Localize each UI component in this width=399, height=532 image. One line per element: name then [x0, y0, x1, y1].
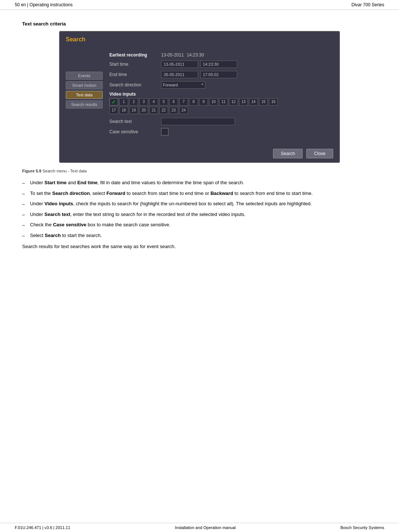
- list-item-4: – Under Search text, enter the text stri…: [22, 211, 377, 219]
- search-text-row: Search text: [109, 118, 330, 125]
- search-direction-label: Search direction: [109, 82, 161, 87]
- vi-btn-23[interactable]: 23: [169, 107, 178, 114]
- sidebar-btn-text-data[interactable]: Text data: [66, 91, 103, 99]
- vi-btn-6[interactable]: 6: [169, 98, 178, 106]
- sidebar-btn-events[interactable]: Events: [66, 72, 103, 80]
- vi-btn-24[interactable]: 24: [179, 107, 188, 114]
- search-button[interactable]: Search: [273, 149, 303, 158]
- dash-3: –: [22, 200, 25, 208]
- vi-btn-18[interactable]: 18: [119, 107, 128, 114]
- page-footer: F.01U.246.471 | v3.6 | 2011.11 Installat…: [0, 523, 399, 532]
- start-time-label: Start time: [109, 62, 161, 67]
- sidebar-btn-smart-motion[interactable]: Smart motion: [66, 81, 103, 89]
- page-content: Text search criteria Search Events Smart…: [0, 10, 399, 273]
- vi-btn-2[interactable]: 2: [129, 98, 138, 106]
- list-item-1: – Under Start time and End time, fill in…: [22, 179, 377, 187]
- instruction-text-6: Select Search to start the search.: [30, 232, 377, 239]
- vi-btn-17[interactable]: 17: [109, 107, 118, 114]
- case-sensitive-checkbox[interactable]: [161, 128, 168, 135]
- start-time-row: Start time: [109, 61, 330, 68]
- list-item-6: – Select Search to start the search.: [22, 232, 377, 240]
- vi-btn-1[interactable]: 1: [119, 98, 128, 106]
- instruction-list: – Under Start time and End time, fill in…: [22, 179, 377, 239]
- dialog-body: Events Smart motion Text data Search res…: [60, 46, 339, 145]
- start-time-inputs: [161, 61, 237, 68]
- vi-btn-7[interactable]: 7: [179, 98, 188, 106]
- dash-5: –: [22, 221, 25, 229]
- dialog-title: Search: [60, 32, 339, 46]
- header-right: Divar 700 Series: [351, 2, 384, 7]
- instruction-text-2: To set the Search direction, select Forw…: [30, 190, 377, 197]
- dash-2: –: [22, 190, 25, 198]
- vi-btn-3[interactable]: 3: [139, 98, 148, 106]
- figure-caption: Figure 5.9 Search menu - Text data: [22, 169, 377, 173]
- closing-text: Search results for text searches work th…: [22, 243, 377, 251]
- dash-6: –: [22, 232, 25, 240]
- start-time-date-input[interactable]: [161, 61, 198, 68]
- earliest-recording-time: 14:23:30: [187, 52, 204, 58]
- video-inputs-section: Video inputs ✓ 1 2 3 4 5 6 7 8 9 10: [109, 92, 330, 114]
- section-title: Text search criteria: [22, 21, 377, 27]
- earliest-recording-date: 13-05-2011: [161, 52, 184, 58]
- instruction-text-4: Under Search text, enter the text string…: [30, 211, 377, 218]
- search-direction-row: Search direction Forward Backward: [109, 81, 330, 89]
- header-left: 50 en | Operating instructions: [15, 2, 73, 7]
- search-text-input[interactable]: [161, 118, 235, 125]
- sidebar-btn-search-results[interactable]: Search results: [66, 100, 103, 109]
- list-item-3: – Under Video inputs, check the inputs t…: [22, 200, 377, 208]
- vi-checkbox-all[interactable]: ✓: [109, 98, 118, 106]
- vi-btn-16[interactable]: 16: [269, 98, 278, 106]
- instruction-text-3: Under Video inputs, check the inputs to …: [30, 200, 377, 207]
- earliest-recording-label: Earliest recording: [109, 52, 161, 58]
- vi-btn-9[interactable]: 9: [199, 98, 208, 106]
- video-inputs-grid: ✓ 1 2 3 4 5 6 7 8 9 10 11 12 13: [109, 98, 279, 114]
- dash-4: –: [22, 211, 25, 219]
- instruction-text-5: Check the Case sensitive box to make the…: [30, 221, 377, 229]
- vi-btn-11[interactable]: 11: [219, 98, 228, 106]
- footer-left: F.01U.246.471 | v3.6 | 2011.11: [15, 525, 70, 530]
- vi-btn-20[interactable]: 20: [139, 107, 148, 114]
- footer-right: Bosch Security Systems: [340, 525, 384, 530]
- dialog-form: Earliest recording 13-05-2011 14:23:30 S…: [106, 49, 333, 141]
- vi-btn-13[interactable]: 13: [239, 98, 248, 106]
- end-time-time-input[interactable]: [200, 71, 237, 78]
- vi-btn-22[interactable]: 22: [159, 107, 168, 114]
- video-inputs-label: Video inputs: [109, 92, 330, 97]
- vi-btn-10[interactable]: 10: [209, 98, 218, 106]
- close-button[interactable]: Close: [306, 149, 333, 158]
- dash-1: –: [22, 179, 25, 187]
- list-item-5: – Check the Case sensitive box to make t…: [22, 221, 377, 229]
- case-sensitive-label: Case sensitive: [109, 129, 161, 134]
- case-sensitive-row: Case sensitive: [109, 128, 330, 135]
- footer-center: Installation and Operation manual: [175, 525, 236, 530]
- end-time-label: End time: [109, 72, 161, 77]
- instruction-text-1: Under Start time and End time, fill in d…: [30, 179, 377, 186]
- end-time-date-input[interactable]: [161, 71, 198, 78]
- vi-btn-14[interactable]: 14: [249, 98, 258, 106]
- list-item-2: – To set the Search direction, select Fo…: [22, 190, 377, 198]
- vi-btn-19[interactable]: 19: [129, 107, 138, 114]
- figure-caption-label: Figure 5.9: [22, 169, 41, 173]
- search-dialog: Search Events Smart motion Text data Sea…: [59, 31, 340, 163]
- figure-caption-description: Search menu - Text data: [42, 169, 87, 173]
- vi-btn-4[interactable]: 4: [149, 98, 158, 106]
- earliest-recording-row: Earliest recording 13-05-2011 14:23:30: [109, 52, 330, 58]
- vi-btn-15[interactable]: 15: [259, 98, 268, 106]
- vi-btn-12[interactable]: 12: [229, 98, 238, 106]
- search-direction-select[interactable]: Forward Backward: [161, 81, 205, 89]
- dialog-sidebar: Events Smart motion Text data Search res…: [66, 49, 103, 141]
- dialog-footer: Search Close: [60, 145, 339, 162]
- vi-btn-5[interactable]: 5: [159, 98, 168, 106]
- page-header: 50 en | Operating instructions Divar 700…: [0, 0, 399, 10]
- start-time-time-input[interactable]: [200, 61, 237, 68]
- vi-btn-21[interactable]: 21: [149, 107, 158, 114]
- search-text-label: Search text: [109, 119, 161, 124]
- vi-btn-8[interactable]: 8: [189, 98, 198, 106]
- search-direction-select-wrapper: Forward Backward: [161, 81, 205, 89]
- end-time-inputs: [161, 71, 237, 78]
- end-time-row: End time: [109, 71, 330, 78]
